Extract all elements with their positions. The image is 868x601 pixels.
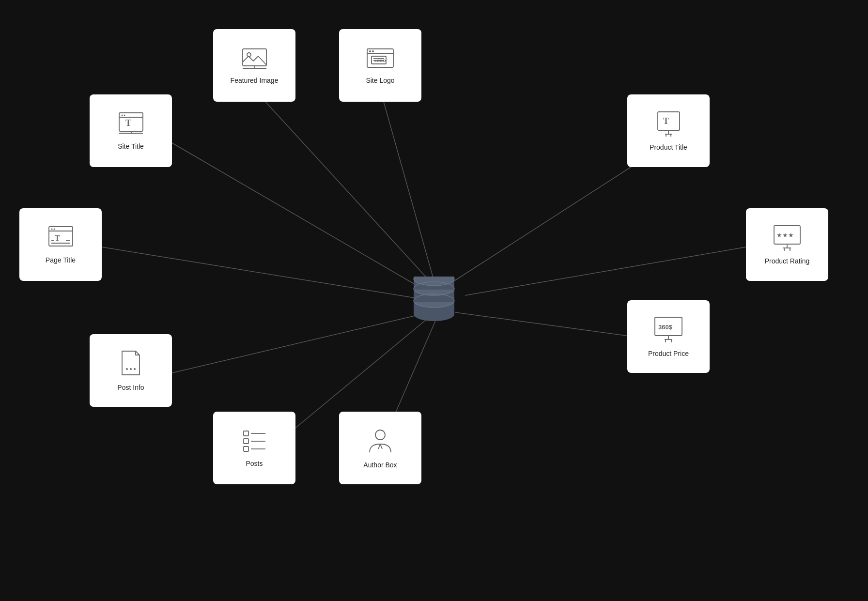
- node-featured-image[interactable]: Featured Image: [213, 29, 295, 102]
- svg-text:T: T: [55, 234, 60, 242]
- product-title-icon: T: [655, 111, 682, 138]
- svg-line-78: [380, 444, 382, 449]
- featured-image-label: Featured Image: [231, 77, 279, 84]
- site-logo-label: Site Logo: [366, 77, 394, 84]
- svg-point-76: [375, 430, 385, 440]
- svg-rect-74: [244, 447, 248, 451]
- node-site-title[interactable]: T Site Title: [90, 94, 172, 167]
- svg-text:★: ★: [782, 231, 788, 239]
- svg-point-47: [51, 229, 52, 230]
- product-rating-label: Product Rating: [765, 257, 810, 265]
- page-title-icon: T: [47, 225, 74, 250]
- svg-rect-72: [244, 439, 248, 444]
- svg-text:LOGO: LOGO: [374, 59, 386, 63]
- node-product-rating[interactable]: ★ ★ ★ Product Rating: [746, 208, 828, 281]
- svg-line-0: [254, 90, 434, 286]
- author-box-label: Author Box: [363, 461, 397, 469]
- database-center: [405, 279, 463, 323]
- svg-line-6: [172, 315, 419, 373]
- svg-line-77: [378, 444, 380, 449]
- product-price-label: Product Price: [648, 350, 689, 357]
- site-logo-icon: LOGO: [366, 46, 395, 71]
- diagram-container: Featured Image LOGO Site Logo: [0, 0, 868, 601]
- svg-point-34: [121, 115, 123, 116]
- svg-point-27: [372, 50, 374, 52]
- page-title-label: Page Title: [46, 256, 76, 264]
- svg-rect-20: [243, 49, 266, 66]
- node-posts[interactable]: Posts: [213, 412, 295, 484]
- svg-rect-24: [367, 49, 393, 67]
- site-title-label: Site Title: [118, 142, 144, 150]
- product-price-icon: 360$: [653, 316, 683, 344]
- product-rating-icon: ★ ★ ★: [773, 225, 802, 251]
- svg-rect-70: [244, 431, 248, 436]
- node-site-logo[interactable]: LOGO Site Logo: [339, 29, 421, 102]
- posts-label: Posts: [246, 460, 263, 467]
- featured-image-icon: [241, 46, 268, 71]
- svg-line-2: [172, 143, 421, 288]
- svg-point-62: [130, 368, 132, 370]
- node-author-box[interactable]: Author Box: [339, 412, 421, 484]
- svg-point-35: [124, 115, 125, 116]
- node-product-price[interactable]: 360$ Product Price: [627, 300, 710, 373]
- posts-icon: [241, 429, 268, 454]
- svg-text:T: T: [663, 116, 669, 126]
- svg-text:★: ★: [788, 231, 794, 239]
- svg-text:360$: 360$: [658, 324, 673, 331]
- post-info-label: Post Info: [117, 384, 144, 391]
- svg-text:T: T: [125, 118, 131, 128]
- svg-point-63: [134, 368, 136, 370]
- site-title-icon: T: [118, 111, 144, 137]
- svg-text:★: ★: [776, 231, 782, 239]
- node-product-title[interactable]: T Product Title: [627, 94, 710, 167]
- svg-point-61: [126, 368, 128, 370]
- svg-point-26: [369, 50, 371, 52]
- node-post-info[interactable]: Post Info: [90, 334, 172, 407]
- product-title-label: Product Title: [650, 143, 687, 151]
- author-box-icon: [367, 427, 394, 455]
- svg-line-4: [102, 247, 415, 298]
- svg-line-5: [465, 247, 746, 295]
- svg-line-1: [380, 90, 434, 281]
- node-page-title[interactable]: T Page Title: [19, 208, 102, 281]
- svg-point-48: [53, 229, 55, 230]
- post-info-icon: [118, 350, 143, 378]
